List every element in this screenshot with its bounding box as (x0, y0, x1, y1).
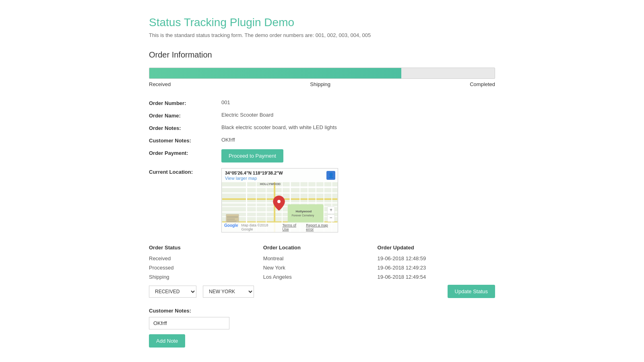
svg-rect-32 (227, 218, 235, 220)
customer-notes-section: Customer Notes: Add Note (149, 308, 495, 348)
col-header-status: Order Status (149, 245, 263, 254)
progress-labels: Received Shipping Completed (149, 81, 495, 87)
terms-of-use-link[interactable]: Terms of Use (282, 223, 303, 231)
svg-rect-2 (222, 192, 337, 193)
customer-notes-value: OKfrff (221, 137, 495, 143)
col-header-location: Order Location (263, 245, 378, 254)
cell-location: Los Angeles (263, 272, 378, 282)
progress-label-received: Received (149, 81, 171, 87)
order-name-label: Order Name: (149, 112, 221, 119)
cell-updated: 19-06-2018 12:48:59 (378, 254, 495, 263)
field-row-order-number: Order Number: 001 (149, 99, 495, 106)
order-notes-label: Order Notes: (149, 124, 221, 131)
report-map-error-link[interactable]: Report a map error (306, 223, 335, 231)
dropdowns-group: RECEIVEDPROCESSEDSHIPPINGCOMPLETED MONTR… (149, 286, 254, 298)
customer-notes-label: Customer Notes: (149, 137, 221, 144)
update-btn-group: Update Status (448, 285, 495, 298)
field-row-current-location: Current Location: 34°05'26.4"N 118°19'38… (149, 168, 495, 232)
field-row-order-name: Order Name: Electric Scooter Board (149, 112, 495, 119)
status-table-body: ReceivedMontreal19-06-2018 12:48:59Proce… (149, 254, 495, 282)
svg-text:Forever Cemetery: Forever Cemetery (292, 214, 314, 217)
status-dropdown[interactable]: RECEIVEDPROCESSEDSHIPPINGCOMPLETED (149, 286, 196, 298)
proceed-to-payment-button[interactable]: Proceed to Payment (221, 149, 283, 162)
order-number-label: Order Number: (149, 99, 221, 106)
field-row-order-notes: Order Notes: Black electric scooter boar… (149, 124, 495, 131)
map-person-icon: 👤 (326, 171, 335, 180)
location-dropdown[interactable]: MONTREALNEW YORKLOS ANGELES (203, 286, 254, 298)
table-header-row: Order Status Order Location Order Update… (149, 245, 495, 254)
svg-text:−: − (330, 215, 332, 220)
progress-label-shipping: Shipping (310, 81, 330, 87)
col-header-updated: Order Updated (378, 245, 495, 254)
order-payment-label: Order Payment: (149, 149, 221, 156)
page-wrapper: Status Tracking Plugin Demo This is the … (141, 0, 503, 362)
svg-text:HOLLYWOOD: HOLLYWOOD (260, 182, 281, 186)
table-row: ShippingLos Angeles19-06-2018 12:49:54 (149, 272, 495, 282)
map-container: 34°05'26.4"N 118°19'38.2"W View larger m… (221, 168, 338, 232)
svg-text:Hollywood: Hollywood (296, 210, 312, 213)
cell-status: Received (149, 254, 263, 263)
progress-container: Received Shipping Completed (149, 68, 495, 87)
table-row: ProcessedNew York19-06-2018 12:49:23 (149, 263, 495, 272)
svg-point-25 (277, 200, 281, 203)
google-logo: Google (224, 223, 238, 231)
add-note-button[interactable]: Add Note (149, 334, 185, 348)
table-row: ReceivedMontreal19-06-2018 12:48:59 (149, 254, 495, 263)
map-footer: Google Map data ©2018 Google Terms of Us… (222, 222, 338, 232)
page-subtitle: This is the standard status tracking for… (149, 32, 495, 38)
svg-text:+: + (330, 207, 332, 213)
map-info: 34°05'26.4"N 118°19'38.2"W View larger m… (225, 170, 283, 181)
current-location-label: Current Location: (149, 168, 221, 175)
field-row-order-payment: Order Payment: Proceed to Payment (149, 149, 495, 162)
map-overlay: 34°05'26.4"N 118°19'38.2"W View larger m… (222, 169, 338, 182)
cell-status: Shipping (149, 272, 263, 282)
cell-location: Montreal (263, 254, 378, 263)
map-data-text: Map data ©2018 Google (241, 223, 279, 231)
order-name-value: Electric Scooter Board (221, 112, 495, 118)
progress-bar-fill (149, 68, 401, 78)
status-table-section: Order Status Order Location Order Update… (149, 245, 495, 298)
view-larger-map-link[interactable]: View larger map (225, 176, 283, 181)
order-fields: Order Number: 001 Order Name: Electric S… (149, 99, 495, 232)
svg-rect-33 (227, 220, 237, 222)
status-table: Order Status Order Location Order Update… (149, 245, 495, 282)
page-title: Status Tracking Plugin Demo (149, 16, 495, 29)
customer-notes-input[interactable] (149, 317, 229, 329)
progress-bar-track (149, 68, 495, 79)
map-coordinates: 34°05'26.4"N 118°19'38.2"W (225, 171, 283, 175)
cell-updated: 19-06-2018 12:49:54 (378, 272, 495, 282)
cell-location: New York (263, 263, 378, 272)
cell-updated: 19-06-2018 12:49:23 (378, 263, 495, 272)
dropdowns-update-row: RECEIVEDPROCESSEDSHIPPINGCOMPLETED MONTR… (149, 285, 495, 298)
order-notes-value: Black electric scooter board, with white… (221, 124, 495, 130)
cell-status: Processed (149, 263, 263, 272)
customer-notes-form-label: Customer Notes: (149, 308, 495, 314)
field-row-customer-notes: Customer Notes: OKfrff (149, 137, 495, 144)
progress-label-completed: Completed (470, 81, 495, 87)
order-number-value: 001 (221, 99, 495, 105)
update-status-button[interactable]: Update Status (448, 285, 495, 298)
svg-rect-1 (222, 186, 337, 188)
order-section-title: Order Information (149, 50, 495, 60)
svg-rect-31 (227, 216, 238, 218)
